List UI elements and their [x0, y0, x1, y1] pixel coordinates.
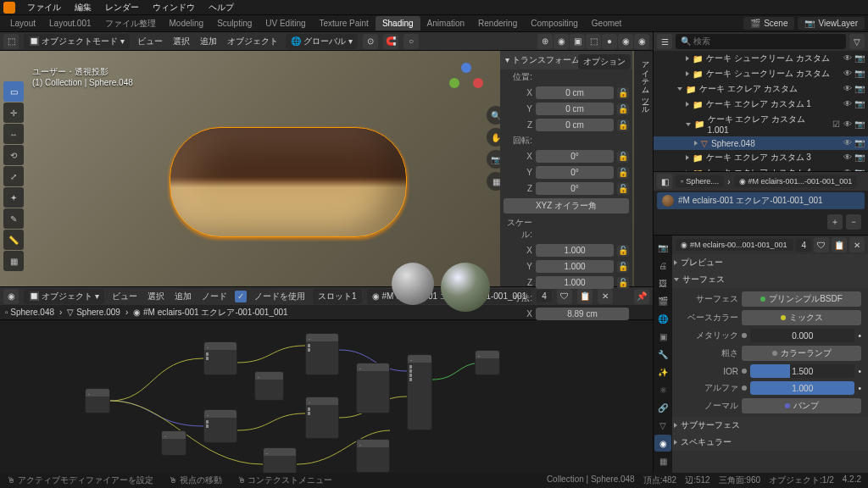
ior-slider[interactable]: 1.500: [750, 364, 854, 378]
material-users[interactable]: 4: [796, 239, 811, 252]
outliner-item[interactable]: ▽Sphere.048👁📷: [654, 136, 868, 150]
viewlayer-selector[interactable]: 📷 ViewLayer: [798, 17, 865, 30]
lock-icon[interactable]: 🔓: [617, 119, 629, 131]
render-visibility-icon[interactable]: 📷: [854, 138, 865, 148]
filter-icon[interactable]: ▽: [849, 34, 865, 49]
surface-type-select[interactable]: プリンシプルBSDF: [742, 291, 861, 307]
breadcrumb-item[interactable]: ▽ Sphere.009: [67, 308, 120, 317]
render-visibility-icon[interactable]: 📷: [854, 84, 865, 94]
disclosure-icon[interactable]: [686, 155, 689, 160]
prop-tab-particle[interactable]: ✨: [654, 363, 671, 380]
render-visibility-icon[interactable]: 📷: [854, 69, 865, 79]
slot-selector[interactable]: スロット1: [313, 289, 362, 304]
rot-y-input[interactable]: 0°: [536, 166, 614, 179]
tool-rotate[interactable]: ⟲: [3, 145, 24, 165]
rotation-mode-select[interactable]: XYZ オイラー角: [504, 198, 629, 214]
workspace-tab[interactable]: Geomet: [585, 16, 629, 30]
prop-tab-output[interactable]: 🖨: [654, 257, 671, 274]
render-visibility-icon[interactable]: 📷: [854, 152, 865, 163]
visibility-icon[interactable]: 👁: [843, 119, 853, 130]
prop-tab-physics[interactable]: ⚛: [654, 381, 671, 398]
prop-tab-material[interactable]: ◉: [654, 435, 671, 452]
visibility-icon[interactable]: 👁: [843, 84, 853, 94]
render-visibility-icon[interactable]: 📷: [854, 53, 865, 64]
section-surface[interactable]: サーフェス: [672, 271, 868, 288]
disclosure-icon[interactable]: [686, 56, 689, 61]
menu-render[interactable]: レンダー: [98, 2, 146, 14]
unlink-icon[interactable]: ✕: [849, 237, 865, 252]
workspace-tab[interactable]: UV Editing: [259, 16, 312, 30]
workspace-tab[interactable]: Modeling: [163, 16, 211, 30]
menu-file[interactable]: ファイル: [20, 2, 68, 14]
orientation-selector[interactable]: 🌐 グローバル ▾: [286, 34, 358, 49]
disclosure-icon[interactable]: [677, 87, 682, 91]
prop-tab-texture[interactable]: ▦: [654, 452, 671, 469]
lock-icon[interactable]: 🔓: [617, 245, 629, 257]
breadcrumb-item[interactable]: ▫ Sphere.048: [5, 308, 54, 317]
menu-window[interactable]: ウィンドウ: [146, 2, 202, 14]
outliner-item[interactable]: 📁ケーキ エクレア カスタム 4👁📷: [654, 165, 868, 172]
menu-edit[interactable]: 編集: [68, 2, 98, 14]
roughness-select[interactable]: カラーランプ: [742, 346, 861, 361]
alpha-slider[interactable]: 1.000: [750, 381, 854, 395]
prop-tab-constraint[interactable]: 🔗: [654, 399, 671, 416]
shader-node[interactable]: .: [475, 350, 500, 375]
disclosure-icon[interactable]: [686, 102, 689, 107]
shading-matprev-icon[interactable]: ◉: [618, 34, 633, 49]
pos-y-input[interactable]: 0 cm: [536, 103, 614, 115]
shader-node[interactable]: .: [203, 409, 237, 443]
3d-viewport[interactable]: ▭ ✛ ↔ ⟲ ⤢ ✦ ✎ 📏 ▦ ユーザー・透視投影 (1) Collecti…: [0, 51, 653, 286]
editor-type-icon[interactable]: ⬚: [3, 34, 19, 49]
axis-y-icon[interactable]: [449, 78, 459, 88]
shader-node[interactable]: .: [305, 396, 339, 439]
node-editor-canvas[interactable]: . . . . . . . . . . . .: [0, 320, 653, 473]
tool-transform[interactable]: ✦: [3, 187, 24, 208]
tool-scale[interactable]: ⤢: [3, 166, 24, 186]
prop-tab-mesh[interactable]: ▽: [654, 417, 671, 434]
editor-type-icon[interactable]: ◧: [657, 174, 672, 189]
workspace-tab[interactable]: Sculpting: [210, 16, 259, 30]
outliner-item[interactable]: 📁ケーキ シュークリーム カスタム👁📷: [654, 66, 868, 81]
shader-node[interactable]: .: [356, 439, 390, 473]
ne-menu-add[interactable]: 追加: [172, 291, 194, 302]
tool-measure[interactable]: 📏: [3, 230, 24, 250]
fake-user-icon[interactable]: 🛡: [814, 237, 829, 252]
proportional-icon[interactable]: ○: [403, 34, 419, 49]
use-nodes-checkbox[interactable]: ✓: [235, 291, 247, 302]
shader-node[interactable]: .: [161, 430, 186, 456]
outliner-item[interactable]: 📁ケーキ エクレア カスタム👁📷: [654, 81, 868, 97]
shader-node[interactable]: .: [356, 363, 390, 413]
remove-slot-icon[interactable]: －: [846, 214, 861, 230]
outliner-item[interactable]: 📁ケーキ シュークリーム カスタム👁📷: [654, 51, 868, 66]
mesh-preview[interactable]: [170, 127, 407, 237]
outliner-item[interactable]: 📁ケーキ エクレア カスタム 1👁📷: [654, 97, 868, 112]
tool-addcube[interactable]: ▦: [3, 251, 24, 271]
render-visibility-icon[interactable]: 📷: [854, 99, 865, 109]
nav-gizmo[interactable]: [449, 63, 483, 97]
ne-menu-view[interactable]: ビュー: [109, 291, 140, 302]
shader-node[interactable]: .: [85, 388, 110, 413]
ne-menu-node[interactable]: ノード: [199, 291, 230, 302]
lock-icon[interactable]: 🔓: [617, 167, 629, 179]
tool-annotate[interactable]: ✎: [3, 208, 24, 229]
shader-node[interactable]: .: [305, 333, 339, 375]
pos-x-input[interactable]: 0 cm: [536, 86, 614, 99]
menu-help[interactable]: ヘルプ: [202, 2, 241, 14]
shading-rendered-icon[interactable]: ◉: [634, 34, 649, 49]
outliner-search[interactable]: 🔍 検索: [676, 34, 846, 49]
axis-z-icon[interactable]: [461, 63, 471, 73]
workspace-tab[interactable]: Layout.001: [42, 16, 98, 30]
visibility-icon[interactable]: 👁: [843, 99, 853, 109]
breadcrumb-item[interactable]: ◉ #M eclairs-001 エクレア-001-001_001: [133, 307, 287, 319]
workspace-tab[interactable]: Compositing: [524, 16, 585, 30]
prop-tab-world[interactable]: 🌐: [654, 310, 671, 327]
visibility-icon[interactable]: 👁: [843, 53, 853, 64]
prop-tab-scene[interactable]: 🎬: [654, 292, 671, 309]
pin-icon[interactable]: 📌: [634, 289, 649, 304]
shader-type-select[interactable]: 🔲 オブジェクト ▾: [24, 289, 104, 304]
new-mat-icon[interactable]: 📋: [832, 237, 847, 252]
pos-z-input[interactable]: 0 cm: [536, 119, 614, 131]
lock-icon[interactable]: 🔓: [617, 103, 629, 115]
section-subsurface[interactable]: サブサーフェス: [672, 417, 868, 434]
mode-selector[interactable]: 🔲 オブジェクトモード ▾: [24, 34, 130, 49]
